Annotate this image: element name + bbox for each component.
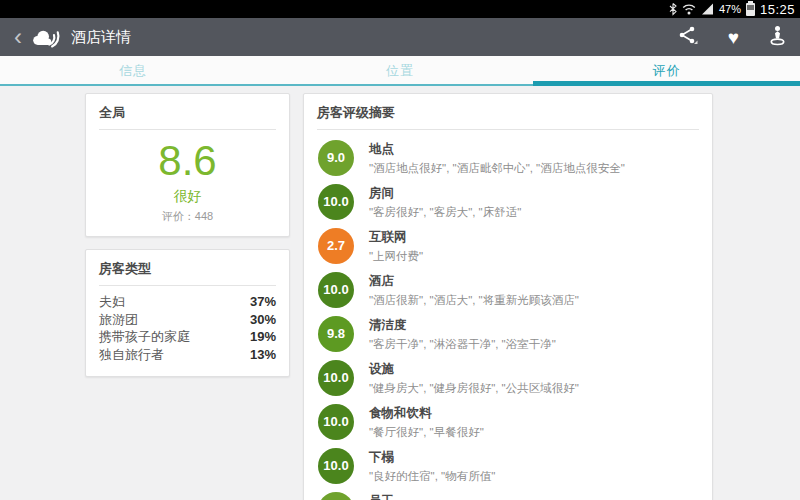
back-button[interactable]: ‹: [14, 20, 22, 54]
ratings-summary-card: 房客评级摘要 9.0 地点 "酒店地点很好", "酒店毗邻中心", "酒店地点很…: [303, 93, 713, 500]
rating-category-label: 房间: [369, 185, 521, 202]
rating-text-block: 地点 "酒店地点很好", "酒店毗邻中心", "酒店地点很安全": [369, 141, 625, 176]
rating-row: 10.0 设施 "健身房大", "健身房很好", "公共区域很好": [318, 356, 698, 400]
score-circle-badge: 9.0: [318, 492, 354, 500]
score-circle-badge: 10.0: [318, 184, 354, 220]
rating-category-label: 清洁度: [369, 317, 556, 334]
rating-quotes-text: "客房干净", "淋浴器干净", "浴室干净": [369, 337, 556, 352]
rating-row: 10.0 下榻 "良好的住宿", "物有所值": [318, 444, 698, 488]
status-bar: 47% 15:25: [0, 0, 800, 18]
app-logo-icon: [30, 26, 62, 49]
tab-location[interactable]: 位置: [267, 56, 534, 86]
bluetooth-icon: [669, 3, 677, 16]
score-circle-badge: 10.0: [318, 448, 354, 484]
rating-category-label: 地点: [369, 141, 625, 158]
rating-row: 10.0 食物和饮料 "餐厅很好", "早餐很好": [318, 400, 698, 444]
rating-row: 10.0 房间 "客房很好", "客房大", "床舒适": [318, 180, 698, 224]
rating-quotes-text: "上网付费": [369, 249, 423, 264]
rating-category-label: 酒店: [369, 273, 579, 290]
rating-row: 9.8 清洁度 "客房干净", "淋浴器干净", "浴室干净": [318, 312, 698, 356]
rating-quotes-text: "酒店地点很好", "酒店毗邻中心", "酒店地点很安全": [369, 161, 625, 176]
guest-types-card: 房客类型 夫妇 37% 旅游团 30% 携带孩子的家庭 19% 独自旅行者 13…: [85, 249, 290, 377]
active-tab-indicator: [533, 81, 800, 86]
score-circle-badge: 10.0: [318, 272, 354, 308]
rating-row: 10.0 酒店 "酒店很新", "酒店大", "将重新光顾该酒店": [318, 268, 698, 312]
rating-text-block: 食物和饮料 "餐厅很好", "早餐很好": [369, 405, 484, 440]
rating-category-label: 食物和饮料: [369, 405, 484, 422]
rating-text-block: 房间 "客房很好", "客房大", "床舒适": [369, 185, 521, 220]
guest-type-label: 携带孩子的家庭: [99, 328, 190, 346]
rating-quotes-text: "客房很好", "客房大", "床舒适": [369, 205, 521, 220]
hotel-details-screen: 47% 15:25 ‹ 酒店详情: [0, 0, 800, 500]
app-bar: ‹ 酒店详情 ♥: [0, 18, 800, 56]
rating-text-block: 下榻 "良好的住宿", "物有所值": [369, 449, 495, 484]
rating-category-label: 员工: [369, 493, 590, 500]
guest-type-label: 夫妇: [99, 293, 125, 311]
score-circle-badge: 10.0: [318, 404, 354, 440]
score-circle-badge: 9.8: [318, 316, 354, 352]
guest-type-percentage: 19%: [250, 328, 276, 346]
battery-percent-label: 47%: [719, 3, 741, 15]
rating-category-label: 下榻: [369, 449, 495, 466]
overall-card-title: 全局: [86, 94, 289, 129]
overall-score-value: 8.6: [86, 138, 289, 184]
guest-types-card-title: 房客类型: [86, 250, 289, 285]
page-title: 酒店详情: [71, 28, 131, 47]
clock-label: 15:25: [760, 2, 795, 17]
rating-row: 9.0 员工 "服务很好", "员工很有礼貌", "员工乐于助人": [318, 488, 698, 500]
score-circle-badge: 10.0: [318, 360, 354, 396]
overall-score-card: 全局 8.6 很好 评价：448: [85, 93, 290, 237]
rating-text-block: 员工 "服务很好", "员工很有礼貌", "员工乐于助人": [369, 493, 590, 500]
rating-category-label: 设施: [369, 361, 579, 378]
rating-text-block: 酒店 "酒店很新", "酒店大", "将重新光顾该酒店": [369, 273, 579, 308]
score-circle-badge: 2.7: [318, 228, 354, 264]
ratings-card-title: 房客评级摘要: [304, 94, 712, 129]
rating-quotes-text: "健身房大", "健身房很好", "公共区域很好": [369, 381, 579, 396]
guest-type-row: 旅游团 30%: [86, 311, 289, 329]
guest-type-label: 旅游团: [99, 311, 138, 329]
tab-bar: 信息 位置 评价: [0, 56, 800, 86]
rating-category-label: 互联网: [369, 229, 423, 246]
guest-type-percentage: 13%: [250, 346, 276, 364]
rating-quotes-text: "酒店很新", "酒店大", "将重新光顾该酒店": [369, 293, 579, 308]
guest-type-rows: 夫妇 37% 旅游团 30% 携带孩子的家庭 19% 独自旅行者 13%: [86, 286, 289, 376]
app-bar-actions: ♥: [678, 25, 786, 50]
guest-type-percentage: 30%: [250, 311, 276, 329]
left-column: 全局 8.6 很好 评价：448 房客类型 夫妇 37% 旅游团 30% 携带孩…: [85, 93, 290, 500]
person-marker-button[interactable]: [769, 25, 786, 50]
signal-strength-icon: [701, 3, 714, 15]
overall-card-body: 8.6 很好 评价：448: [86, 130, 289, 236]
guest-type-label: 独自旅行者: [99, 346, 164, 364]
guest-type-row: 夫妇 37%: [86, 293, 289, 311]
guest-type-row: 携带孩子的家庭 19%: [86, 328, 289, 346]
battery-icon: [746, 3, 755, 16]
tab-info[interactable]: 信息: [0, 56, 267, 86]
rating-quotes-text: "良好的住宿", "物有所值": [369, 469, 495, 484]
guest-type-row: 独自旅行者 13%: [86, 346, 289, 364]
rating-text-block: 互联网 "上网付费": [369, 229, 423, 264]
favorite-button[interactable]: ♥: [728, 28, 739, 47]
rating-row: 9.0 地点 "酒店地点很好", "酒店毗邻中心", "酒店地点很安全": [318, 136, 698, 180]
review-count-label: 评价：448: [86, 209, 289, 224]
score-circle-badge: 9.0: [318, 140, 354, 176]
rating-row: 2.7 互联网 "上网付费": [318, 224, 698, 268]
wifi-icon: [682, 3, 696, 15]
rating-quotes-text: "餐厅很好", "早餐很好": [369, 425, 484, 440]
overall-verdict-label: 很好: [86, 188, 289, 206]
guest-type-percentage: 37%: [250, 293, 276, 311]
rating-rows: 9.0 地点 "酒店地点很好", "酒店毗邻中心", "酒店地点很安全" 10.…: [304, 130, 712, 500]
right-column: 房客评级摘要 9.0 地点 "酒店地点很好", "酒店毗邻中心", "酒店地点很…: [303, 93, 713, 500]
rating-text-block: 清洁度 "客房干净", "淋浴器干净", "浴室干净": [369, 317, 556, 352]
share-button[interactable]: [678, 25, 698, 49]
content-area: 全局 8.6 很好 评价：448 房客类型 夫妇 37% 旅游团 30% 携带孩…: [0, 86, 800, 500]
rating-text-block: 设施 "健身房大", "健身房很好", "公共区域很好": [369, 361, 579, 396]
